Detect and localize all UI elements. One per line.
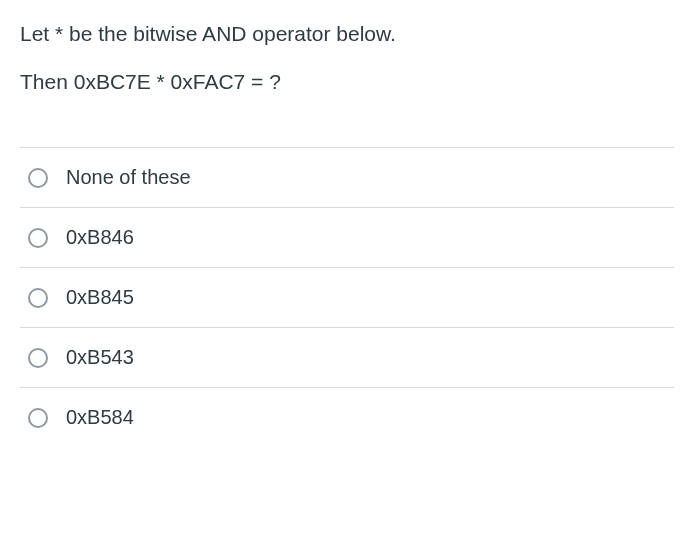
option-label: 0xB543	[66, 346, 134, 369]
option-label: 0xB584	[66, 406, 134, 429]
option-label: 0xB845	[66, 286, 134, 309]
radio-icon[interactable]	[28, 348, 48, 368]
option-label: None of these	[66, 166, 191, 189]
option-label: 0xB846	[66, 226, 134, 249]
option-row[interactable]: 0xB846	[20, 208, 674, 268]
question-block: Let * be the bitwise AND operator below.…	[20, 18, 674, 97]
radio-icon[interactable]	[28, 408, 48, 428]
radio-icon[interactable]	[28, 168, 48, 188]
radio-icon[interactable]	[28, 228, 48, 248]
option-row[interactable]: 0xB845	[20, 268, 674, 328]
question-line-2: Then 0xBC7E * 0xFAC7 = ?	[20, 66, 674, 98]
question-line-1: Let * be the bitwise AND operator below.	[20, 18, 674, 50]
option-row[interactable]: None of these	[20, 148, 674, 208]
options-list: None of these 0xB846 0xB845 0xB543 0xB58…	[20, 147, 674, 447]
option-row[interactable]: 0xB543	[20, 328, 674, 388]
radio-icon[interactable]	[28, 288, 48, 308]
option-row[interactable]: 0xB584	[20, 388, 674, 447]
